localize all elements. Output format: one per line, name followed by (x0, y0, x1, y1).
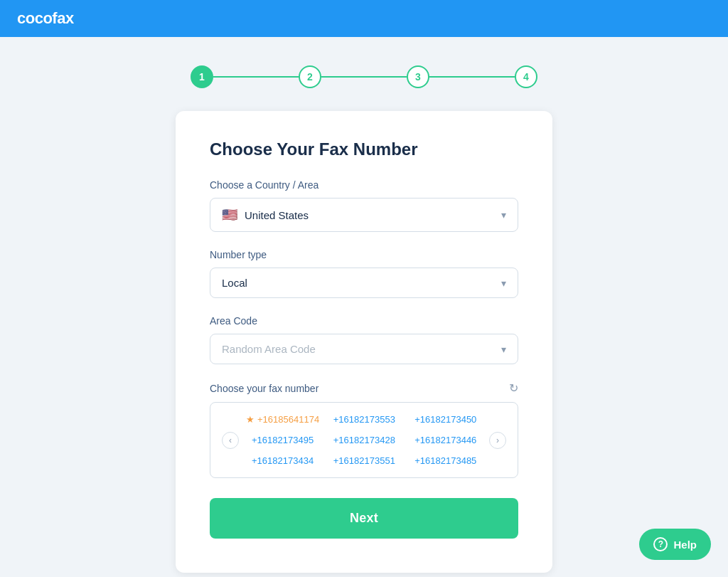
header: cocofax (0, 0, 728, 37)
number-cell-6[interactable]: +16182173434 (245, 452, 321, 469)
country-dropdown[interactable]: 🇺🇸 United States ▾ (210, 198, 518, 232)
step-2: 2 (299, 65, 321, 88)
help-button[interactable]: ? Help (639, 529, 711, 560)
country-dropdown-inner: 🇺🇸 United States (222, 207, 309, 223)
area-code-inner: Random Area Code (222, 343, 316, 355)
numbers-grid-container: ‹ ★ +16185641174 +16182173553 +161821734… (210, 402, 518, 478)
country-label: Choose a Country / Area (210, 179, 518, 191)
country-flag: 🇺🇸 (222, 207, 237, 223)
number-cell-8[interactable]: +16182173485 (408, 452, 483, 469)
number-type-section: Number type Local ▾ (210, 249, 518, 298)
card-title: Choose Your Fax Number (210, 139, 518, 159)
step-line-3 (429, 76, 515, 78)
number-cell-5[interactable]: +16182173446 (408, 432, 483, 448)
step-4: 4 (515, 65, 537, 88)
next-button[interactable]: Next (210, 498, 518, 539)
fax-number-section: Choose your fax number ↻ ‹ ★ +1618564117… (210, 381, 518, 478)
number-cell-featured[interactable]: ★ +16185641174 (245, 411, 321, 428)
number-cell-2[interactable]: +16182173450 (408, 411, 483, 428)
area-code-placeholder: Random Area Code (222, 343, 316, 355)
numbers-next-button[interactable]: › (489, 432, 506, 449)
step-3: 3 (407, 65, 429, 88)
step-1: 1 (191, 65, 213, 88)
help-icon: ? (653, 537, 668, 551)
country-value: United States (245, 209, 309, 221)
area-code-arrow: ▾ (501, 344, 506, 355)
help-label: Help (673, 539, 697, 551)
country-dropdown-arrow: ▾ (501, 209, 506, 221)
country-section: Choose a Country / Area 🇺🇸 United States… (210, 179, 518, 232)
number-cell-3[interactable]: +16182173495 (245, 432, 321, 448)
area-code-dropdown[interactable]: Random Area Code ▾ (210, 334, 518, 364)
refresh-button[interactable]: ↻ (509, 381, 518, 395)
fax-number-header: Choose your fax number ↻ (210, 381, 518, 395)
number-type-dropdown[interactable]: Local ▾ (210, 268, 518, 298)
number-type-arrow: ▾ (501, 277, 506, 289)
number-value-0: +16185641174 (257, 414, 319, 425)
step-line-2 (321, 76, 407, 78)
area-code-section: Area Code Random Area Code ▾ (210, 315, 518, 364)
number-cell-7[interactable]: +16182173551 (326, 452, 402, 469)
number-type-label: Number type (210, 249, 518, 260)
logo: cocofax (17, 9, 74, 28)
main-card: Choose Your Fax Number Choose a Country … (176, 111, 552, 573)
number-type-value: Local (222, 277, 247, 289)
fax-number-label: Choose your fax number (210, 383, 318, 394)
number-cell-1[interactable]: +16182173553 (326, 411, 402, 428)
star-icon: ★ (246, 414, 255, 425)
numbers-prev-button[interactable]: ‹ (222, 432, 239, 449)
number-type-inner: Local (222, 277, 247, 289)
numbers-grid: ★ +16185641174 +16182173553 +16182173450… (245, 411, 483, 469)
area-code-label: Area Code (210, 315, 518, 327)
step-line-1 (213, 76, 299, 78)
stepper: 1 2 3 4 (191, 65, 537, 88)
number-cell-4[interactable]: +16182173428 (326, 432, 402, 448)
page-content: 1 2 3 4 Choose Your Fax Number Choose a … (0, 37, 728, 577)
